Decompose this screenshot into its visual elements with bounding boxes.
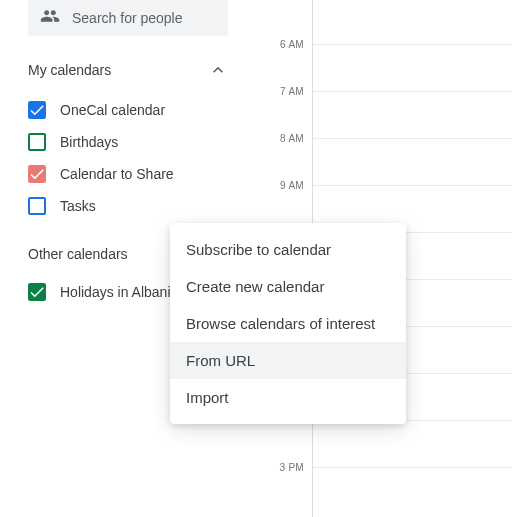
- add-calendar-menu: Subscribe to calendarCreate new calendar…: [170, 223, 406, 424]
- calendar-item[interactable]: Tasks: [28, 190, 228, 222]
- my-calendars-header[interactable]: My calendars: [28, 60, 228, 80]
- search-people-box[interactable]: [28, 0, 228, 36]
- calendar-item[interactable]: Calendar to Share: [28, 158, 228, 190]
- hour-label: 3 PM: [279, 462, 304, 473]
- svg-rect-1: [28, 165, 46, 183]
- menu-item[interactable]: Browse calendars of interest: [170, 305, 406, 342]
- calendar-checkbox[interactable]: [28, 133, 46, 151]
- svg-rect-0: [28, 101, 46, 119]
- search-input[interactable]: [72, 10, 216, 26]
- calendar-label: Calendar to Share: [60, 166, 174, 182]
- calendar-label: Tasks: [60, 198, 96, 214]
- my-calendars-list: OneCal calendarBirthdaysCalendar to Shar…: [28, 94, 228, 222]
- my-calendars-section: My calendars OneCal calendarBirthdaysCal…: [0, 60, 256, 222]
- hour-line: [313, 467, 512, 468]
- calendar-label: Birthdays: [60, 134, 118, 150]
- calendar-checkbox[interactable]: [28, 101, 46, 119]
- calendar-label: Holidays in Albani: [60, 284, 171, 300]
- calendar-item[interactable]: OneCal calendar: [28, 94, 228, 126]
- hour-label: 7 AM: [280, 86, 304, 97]
- hour-label: 8 AM: [280, 133, 304, 144]
- chevron-up-icon: [208, 60, 228, 80]
- people-icon: [40, 6, 60, 30]
- hour-line: [313, 44, 512, 45]
- menu-item[interactable]: From URL: [170, 342, 406, 379]
- menu-item[interactable]: Create new calendar: [170, 268, 406, 305]
- calendar-item[interactable]: Birthdays: [28, 126, 228, 158]
- hour-line: [313, 185, 512, 186]
- calendar-checkbox[interactable]: [28, 197, 46, 215]
- hour-label: 9 AM: [280, 180, 304, 191]
- calendar-label: OneCal calendar: [60, 102, 165, 118]
- svg-rect-2: [28, 283, 46, 301]
- hour-label: 6 AM: [280, 39, 304, 50]
- section-title: My calendars: [28, 62, 111, 78]
- section-title: Other calendars: [28, 246, 128, 262]
- calendar-checkbox[interactable]: [28, 283, 46, 301]
- menu-item[interactable]: Import: [170, 379, 406, 416]
- menu-item[interactable]: Subscribe to calendar: [170, 231, 406, 268]
- hour-line: [313, 138, 512, 139]
- hour-line: [313, 91, 512, 92]
- calendar-checkbox[interactable]: [28, 165, 46, 183]
